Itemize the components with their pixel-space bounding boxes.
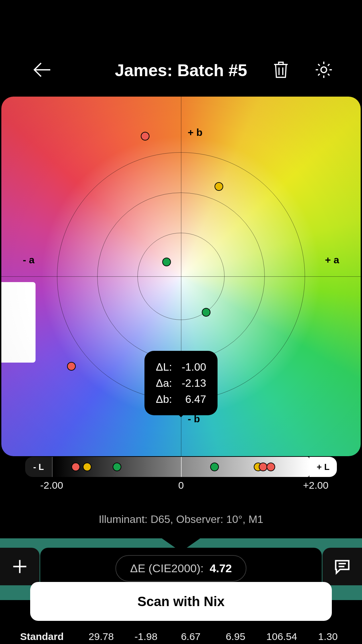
tooltip-dL-label: ΔL: (156, 359, 176, 375)
ab-color-plot[interactable]: + b - b + a - a ΔL: -1.00 Δa: -2.13 Δb: … (1, 97, 361, 456)
sample-dot[interactable] (215, 182, 223, 191)
l-minus-label: - L (25, 457, 53, 477)
sample-dot[interactable] (162, 258, 171, 266)
header-bar: James: Batch #5 (0, 54, 362, 87)
l-sample-dot[interactable] (266, 463, 275, 471)
tooltip-da-label: Δa: (156, 375, 176, 391)
l-center-tick (181, 457, 182, 477)
gear-icon (314, 60, 334, 79)
scan-button[interactable]: Scan with Nix (30, 582, 332, 621)
settings-button[interactable] (314, 60, 334, 81)
standard-row: Standard 29.78 -1.98 6.67 6.95 106.54 1.… (0, 629, 362, 644)
standard-v5: 106.54 (266, 631, 297, 642)
svg-point-3 (321, 67, 327, 73)
tolerance-ring-2 (97, 193, 265, 360)
standard-v3: 6.67 (177, 631, 205, 642)
l-sample-dot[interactable] (113, 463, 121, 471)
l-scale-min: -2.00 (40, 480, 63, 491)
comment-icon (334, 558, 351, 575)
illuminant-info: Illuminant: D65, Observer: 10°, M1 (0, 513, 362, 526)
standard-v2: -1.98 (132, 631, 160, 642)
page-title: James: Batch #5 (115, 61, 247, 80)
arrow-left-icon (32, 60, 52, 80)
tooltip-da-value: -2.13 (180, 375, 206, 391)
l-strip[interactable]: - L + L (25, 457, 337, 477)
tooltip-dL-value: -1.00 (180, 359, 206, 375)
axis-label-plus-a: + a (325, 254, 339, 266)
standard-v4: 6.95 (222, 631, 250, 642)
axis-label-plus-b: + b (188, 127, 202, 138)
standard-v1: 29.78 (87, 631, 115, 642)
delta-e-pill[interactable]: ΔE (CIE2000): 4.72 (115, 555, 246, 582)
notes-button[interactable] (322, 548, 362, 585)
standard-v6: 1.30 (314, 631, 342, 642)
delete-button[interactable] (272, 61, 290, 80)
l-gradient (53, 457, 309, 477)
l-sample-dot[interactable] (210, 463, 219, 471)
delta-e-value: 4.72 (210, 562, 232, 575)
sample-dot[interactable] (67, 362, 76, 371)
l-sample-dot[interactable] (71, 463, 80, 471)
plus-icon (11, 558, 28, 575)
axis-horizontal (1, 276, 361, 277)
sample-tooltip: ΔL: -1.00 Δa: -2.13 Δb: 6.47 (144, 351, 218, 415)
add-sample-button[interactable] (0, 548, 40, 585)
back-button[interactable] (32, 60, 52, 81)
sample-dot[interactable] (202, 308, 210, 317)
drawer-handle[interactable] (1, 282, 36, 363)
delta-e-label: ΔE (CIE2000): (130, 562, 203, 575)
axis-label-minus-a: - a (23, 254, 35, 266)
l-scale-mid: 0 (178, 480, 184, 491)
tooltip-db-label: Δb: (156, 391, 176, 407)
l-plus-label: + L (309, 457, 337, 477)
tooltip-db-value: 6.47 (180, 391, 206, 407)
trash-icon (272, 61, 290, 79)
tolerance-ring-1 (137, 233, 225, 320)
l-scale-max: +2.00 (303, 480, 328, 491)
standard-label: Standard (20, 631, 70, 642)
sample-dot[interactable] (141, 132, 149, 141)
l-sample-dot[interactable] (83, 463, 92, 471)
